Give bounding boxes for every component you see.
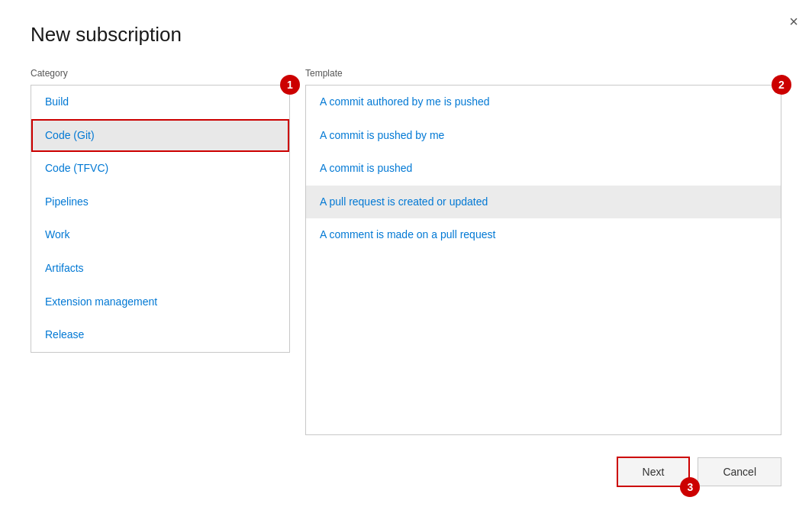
footer: Next 3 Cancel: [31, 457, 781, 487]
category-column: Category BuildCode (Git)Code (TFVC)Pipel…: [31, 68, 290, 435]
category-item-build[interactable]: Build: [31, 86, 289, 119]
cancel-button[interactable]: Cancel: [698, 457, 781, 486]
template-list: A commit authored by me is pushedA commi…: [305, 85, 781, 435]
next-wrapper: Next 3: [617, 457, 691, 487]
category-item-code-git[interactable]: Code (Git): [31, 119, 289, 153]
category-item-code-tfvc[interactable]: Code (TFVC): [31, 152, 289, 186]
step-badge-1: 1: [280, 75, 300, 95]
dialog-title: New subscription: [31, 23, 781, 47]
template-label: Template: [305, 68, 781, 79]
template-column: Template A commit authored by me is push…: [305, 68, 781, 435]
category-item-work[interactable]: Work: [31, 218, 289, 252]
template-item-comment-pull-request[interactable]: A comment is made on a pull request: [306, 218, 781, 252]
close-button[interactable]: ×: [789, 14, 798, 29]
category-item-release[interactable]: Release: [31, 318, 289, 352]
next-button[interactable]: Next: [617, 457, 691, 487]
new-subscription-dialog: × New subscription Category BuildCode (G…: [0, 0, 812, 510]
template-item-commit-pushed-by-me[interactable]: A commit is pushed by me: [306, 119, 781, 153]
category-item-artifacts[interactable]: Artifacts: [31, 252, 289, 286]
template-item-commit-authored[interactable]: A commit authored by me is pushed: [306, 86, 781, 119]
category-item-pipelines[interactable]: Pipelines: [31, 186, 289, 219]
category-list: BuildCode (Git)Code (TFVC)PipelinesWorkA…: [31, 85, 290, 353]
template-item-pull-request[interactable]: A pull request is created or updated: [306, 186, 781, 219]
category-label: Category: [31, 68, 290, 79]
category-item-extension-management[interactable]: Extension management: [31, 286, 289, 319]
template-wrapper: A commit authored by me is pushedA commi…: [305, 85, 781, 435]
step-badge-2: 2: [772, 75, 791, 95]
template-item-commit-pushed[interactable]: A commit is pushed: [306, 152, 781, 186]
category-wrapper: BuildCode (Git)Code (TFVC)PipelinesWorkA…: [31, 85, 290, 353]
columns-container: Category BuildCode (Git)Code (TFVC)Pipel…: [31, 68, 781, 435]
step-badge-3: 3: [680, 477, 700, 497]
